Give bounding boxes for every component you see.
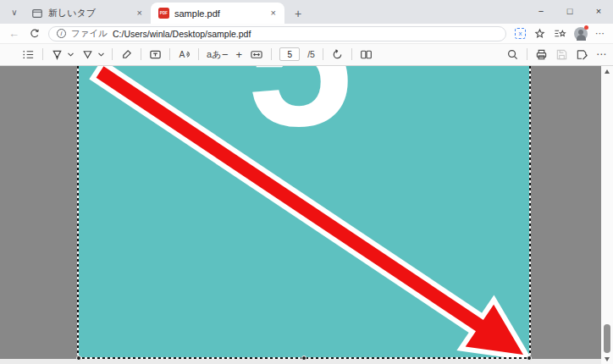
maximize-button[interactable]: □ <box>555 0 584 22</box>
browser-window: ∨ 新しいタブ × PDF sample.pdf × + − □ × ← <box>0 0 613 364</box>
eraser-icon <box>120 48 133 61</box>
tab-close-icon[interactable]: × <box>135 8 145 19</box>
search-document-button[interactable] <box>506 48 519 61</box>
vertical-scrollbar[interactable] <box>601 66 613 364</box>
tab-title: 新しいタブ <box>48 7 130 19</box>
pdf-toolbar-center: − + /5 <box>222 44 373 64</box>
highlight-button[interactable] <box>81 48 94 61</box>
fit-width-icon <box>250 48 263 61</box>
pdf-more-options-button[interactable]: ⋯ <box>596 48 606 60</box>
pdf-toolbar-left: A aあ <box>22 44 221 64</box>
window-controls: − □ × <box>527 0 613 22</box>
browser-extension-icon[interactable]: x <box>515 28 526 39</box>
address-field[interactable]: i ファイル C:/Users/winla/Desktop/sample.pdf <box>48 26 506 41</box>
page-total-label: /5 <box>307 49 315 59</box>
refresh-button[interactable] <box>28 28 40 40</box>
tab-new-tab[interactable]: 新しいタブ × <box>24 3 151 24</box>
translate-icon: aあ <box>207 48 221 61</box>
toolbar-separator <box>351 48 352 60</box>
tab-close-icon[interactable]: × <box>268 8 279 19</box>
address-bar-actions: x ⋯ <box>515 27 605 41</box>
add-text-button[interactable] <box>149 48 162 61</box>
selection-handle-bottom-right[interactable] <box>527 356 532 361</box>
pdf-content-area: 5 <box>0 66 613 364</box>
scheme-label: ファイル <box>71 28 108 40</box>
save-as-icon <box>576 48 588 61</box>
toolbar-separator <box>42 48 43 60</box>
save-icon <box>555 48 568 61</box>
new-tab-button[interactable]: + <box>288 3 308 24</box>
page-number-input[interactable] <box>279 47 300 61</box>
text-box-icon <box>149 48 162 61</box>
save-as-button[interactable] <box>576 48 588 61</box>
toolbar-separator <box>198 48 199 60</box>
selection-border-left <box>77 66 79 359</box>
draw-pen-dropdown[interactable] <box>68 52 74 57</box>
browser-menu-button[interactable]: ⋯ <box>595 28 605 39</box>
read-aloud-icon: A <box>178 48 191 61</box>
print-button[interactable] <box>535 48 548 61</box>
toolbar-separator <box>112 48 113 60</box>
highlight-dropdown[interactable] <box>98 52 104 57</box>
chevron-down-icon <box>98 52 104 57</box>
favorite-star-icon[interactable] <box>533 27 546 40</box>
toolbar-separator <box>323 48 323 60</box>
pdf-page-graphics: 5 <box>79 66 529 359</box>
url-text: C:/Users/winla/Desktop/sample.pdf <box>113 29 251 39</box>
erase-button[interactable] <box>120 48 133 61</box>
tab-title: sample.pdf <box>174 8 263 19</box>
toolbar-separator <box>169 48 170 60</box>
tab-search-button[interactable]: ∨ <box>5 4 24 19</box>
address-bar: ← i ファイル C:/Users/winla/Desktop/sample.p… <box>0 24 613 44</box>
pdf-toolbar-right: ⋯ <box>506 44 606 64</box>
highlighter-icon <box>81 48 94 61</box>
selection-handle-bottom-center[interactable] <box>301 356 306 361</box>
page-view-button[interactable] <box>360 48 373 61</box>
draw-pen-button[interactable] <box>51 48 64 61</box>
save-button[interactable] <box>555 48 568 61</box>
notification-dot <box>584 25 588 30</box>
chevron-down-icon <box>68 52 74 57</box>
pdf-toolbar: A aあ − + /5 <box>0 44 613 66</box>
tab-strip: ∨ 新しいタブ × PDF sample.pdf × + − □ × <box>0 0 613 24</box>
back-button[interactable]: ← <box>8 28 19 39</box>
selection-border-right <box>529 66 531 359</box>
printer-icon <box>535 48 548 61</box>
read-aloud-button[interactable]: A <box>178 48 191 61</box>
scroll-down-arrow[interactable] <box>605 357 610 361</box>
scrollbar-thumb[interactable] <box>604 324 610 353</box>
translate-button[interactable]: aあ <box>207 48 221 61</box>
minimize-button[interactable]: − <box>527 0 555 22</box>
zoom-out-button[interactable]: − <box>222 48 229 61</box>
table-of-contents-button[interactable] <box>22 48 35 61</box>
svg-text:A: A <box>179 50 185 59</box>
scroll-up-arrow[interactable] <box>605 69 610 74</box>
rotate-button[interactable] <box>331 48 344 61</box>
toc-icon <box>22 48 35 61</box>
rotate-icon <box>331 48 344 61</box>
tab-sample-pdf[interactable]: PDF sample.pdf × <box>151 3 284 24</box>
pdf-page[interactable]: 5 <box>79 66 529 359</box>
pdf-favicon: PDF <box>158 8 169 19</box>
page-view-icon <box>360 48 373 61</box>
refresh-icon <box>29 28 40 39</box>
toolbar-separator <box>271 48 272 60</box>
toolbar-separator <box>527 48 527 60</box>
horizontal-scrollbar[interactable] <box>0 359 601 364</box>
profile-avatar[interactable] <box>574 27 588 41</box>
selection-handle-bottom-left[interactable] <box>76 356 81 361</box>
big-page-digit: 5 <box>246 66 353 166</box>
toolbar-separator <box>141 48 141 60</box>
page-info-icon[interactable]: i <box>57 29 66 38</box>
favorites-hub-icon[interactable] <box>554 27 566 40</box>
pen-icon <box>51 48 64 61</box>
close-button[interactable]: × <box>584 0 613 22</box>
new-tab-page-icon <box>31 8 43 19</box>
fit-to-width-button[interactable] <box>250 48 263 61</box>
search-icon <box>506 48 519 61</box>
zoom-in-button[interactable]: + <box>236 48 243 61</box>
